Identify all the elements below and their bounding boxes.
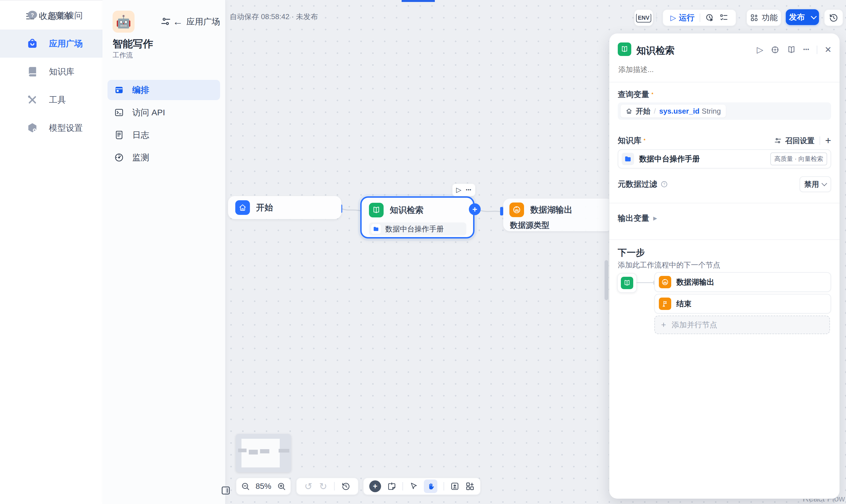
menu-item-monitoring[interactable]: 监测 (107, 147, 220, 168)
divider (334, 482, 335, 490)
metadata-filter-value: 禁用 (804, 179, 819, 189)
collapse-arrow-icon: ▶ (653, 215, 657, 221)
run-node-icon[interactable]: ▷ (757, 45, 763, 55)
sidebar-item-knowledge[interactable]: 知识库 (0, 58, 103, 86)
minimap-node (260, 449, 269, 453)
pointer-mode-icon[interactable] (409, 482, 418, 490)
close-panel-icon[interactable]: ✕ (825, 45, 832, 55)
plus-icon: + (472, 204, 477, 214)
chip-variable: sys.user_id (659, 107, 699, 115)
sidebar-item-label: 工具 (49, 94, 66, 106)
home-icon (235, 200, 250, 215)
book-icon (621, 277, 633, 289)
node-run-icon[interactable]: ▷ (456, 186, 461, 194)
version-history-button[interactable] (824, 9, 843, 26)
organize-nodes-icon[interactable] (465, 482, 475, 491)
query-variable-field[interactable]: 开始 / sys.user_id String (618, 102, 831, 120)
variable-chip[interactable]: 开始 / sys.user_id String (620, 105, 726, 118)
chat-question-icon: ? (26, 9, 39, 22)
node-start-title: 开始 (256, 202, 273, 214)
features-button[interactable]: 功能 (746, 9, 781, 26)
node-start[interactable]: 开始 (228, 196, 341, 219)
chevron-down-icon (811, 13, 816, 19)
lake-icon (659, 276, 671, 288)
menu-item-orchestrate[interactable]: 编排 (107, 80, 220, 100)
book-icon (369, 203, 384, 217)
back-to-plaza-button[interactable]: ← 应用广场 (173, 16, 220, 28)
help-icon[interactable]: ? (660, 181, 668, 188)
add-kb-icon[interactable]: + (825, 135, 831, 146)
menu-item-logs[interactable]: 日志 (107, 125, 220, 145)
node-inspector-panel: 知识检索 ▷ ••• ✕ 查询变量 * 开始 / sys.user_id (609, 34, 840, 499)
orchestrate-icon (114, 85, 124, 95)
back-label: 应用广场 (186, 16, 220, 28)
divider (819, 137, 820, 145)
sidebar-item-app-plaza[interactable]: 应用广场 (0, 30, 103, 58)
next-node-data-lake[interactable]: 数据湖输出 (654, 272, 831, 292)
checklist-icon[interactable] (719, 13, 728, 22)
env-icon: ENV (636, 13, 651, 22)
node-retrieval-dataset-chip[interactable]: 数据中台操作手册 (369, 222, 466, 235)
run-toolbar: ▷ 运行 (663, 9, 736, 26)
zoom-in-icon[interactable] (277, 482, 286, 491)
recall-settings-button[interactable]: 召回设置 (774, 136, 814, 146)
minimap-node (238, 449, 247, 452)
add-parallel-node-button[interactable]: + 添加并行节点 (654, 316, 830, 334)
import-dsl-icon[interactable] (450, 482, 459, 491)
sidebar-item-smart-ask[interactable]: ? 智能搜问 (0, 1, 103, 30)
publish-button[interactable]: 发布 (786, 9, 819, 25)
description-input[interactable] (618, 65, 816, 74)
chip-type: String (702, 107, 721, 115)
add-next-node-port[interactable]: + (469, 203, 481, 215)
publish-label: 发布 (789, 12, 805, 22)
node-more-icon[interactable]: ••• (466, 187, 471, 192)
sidebar-item-model-settings[interactable]: 模型设置 (0, 114, 103, 142)
sidebar-item-tools[interactable]: 工具 (0, 86, 103, 114)
query-variable-label: 查询变量 (618, 89, 649, 100)
current-node-thumb (617, 273, 637, 293)
change-history-icon[interactable] (341, 482, 350, 491)
model-settings-icon (26, 122, 39, 134)
kb-item[interactable]: 数据中台操作手册 高质量 · 向量检索 (618, 149, 831, 168)
recall-settings-label: 召回设置 (785, 136, 814, 146)
chip-node-label: 开始 (636, 106, 650, 116)
env-button[interactable]: ENV (634, 9, 653, 26)
menu-item-label: 监测 (132, 152, 149, 163)
zoom-out-icon[interactable] (241, 482, 250, 491)
more-icon[interactable]: ••• (803, 47, 809, 53)
target-icon[interactable] (771, 45, 780, 54)
docs-icon[interactable] (787, 45, 796, 54)
run-history-icon[interactable] (705, 13, 714, 22)
next-node-label: 数据湖输出 (676, 277, 714, 287)
menu-item-label: 日志 (132, 129, 149, 141)
inspector-title[interactable]: 知识检索 (636, 44, 675, 57)
node-lake-subtitle: 数据源类型 (510, 220, 549, 231)
app-panel: 🤖 ← 应用广场 智能写作 工作流 编排 访问 API 日志 监测 (103, 0, 226, 504)
hand-mode-icon[interactable] (424, 480, 437, 493)
next-node-end[interactable]: 结束 (654, 294, 831, 313)
minimap-node (249, 450, 258, 454)
collapse-panel-icon[interactable] (221, 485, 231, 496)
features-icon (750, 14, 758, 22)
kb-label: 知识库 (618, 135, 641, 146)
redo-icon[interactable]: ↻ (319, 481, 327, 492)
next-step-title: 下一步 (618, 247, 645, 259)
node-data-lake[interactable]: 数据湖输出 数据源类型 (503, 199, 613, 231)
minimap[interactable] (236, 434, 291, 472)
retrieval-node-icon (618, 42, 631, 56)
required-asterisk: * (644, 138, 645, 143)
metadata-filter-select[interactable]: 禁用 (799, 176, 831, 192)
node-knowledge-retrieval[interactable]: 知识检索 数据中台操作手册 (360, 196, 475, 238)
add-note-icon[interactable] (387, 482, 396, 491)
app-settings-icon[interactable] (160, 16, 171, 27)
kb-item-name: 数据中台操作手册 (639, 154, 700, 164)
run-button[interactable]: ▷ 运行 (670, 12, 694, 23)
app-type-label: 工作流 (112, 51, 133, 60)
menu-item-api[interactable]: 访问 API (107, 102, 220, 123)
undo-icon[interactable]: ↺ (304, 481, 313, 492)
zoom-level[interactable]: 85% (255, 482, 271, 491)
output-variables-toggle[interactable]: 输出变量 ▶ (618, 213, 657, 223)
add-node-button[interactable]: + (369, 480, 381, 492)
back-arrow-icon: ← (173, 16, 183, 28)
canvas-scrollbar[interactable] (604, 260, 608, 300)
